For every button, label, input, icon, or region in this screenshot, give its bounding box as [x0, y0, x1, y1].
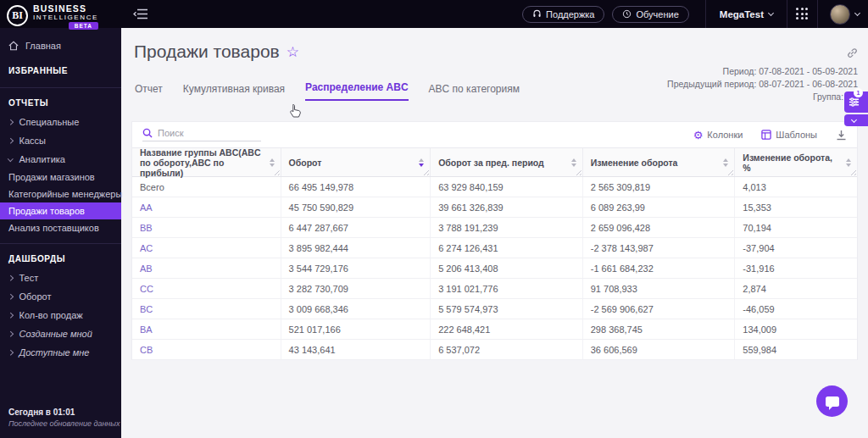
group-name-cell[interactable]: CC	[132, 279, 281, 298]
main-content: Продажи товаров ☆ Период: 07-08-2021 - 0…	[121, 28, 868, 438]
sidebar-group-Специальные[interactable]: Специальные	[0, 113, 121, 131]
value-cell: -31,916	[735, 258, 857, 278]
download-icon[interactable]	[836, 130, 847, 141]
value-cell: 5 206 413,408	[431, 258, 583, 278]
column-resize-handle[interactable]	[850, 169, 856, 175]
value-cell: -37,904	[735, 238, 857, 258]
favorite-star-icon[interactable]: ☆	[287, 45, 299, 59]
value-cell: 63 929 840,159	[431, 177, 583, 197]
group-name-cell[interactable]: BB	[132, 218, 281, 237]
group-name-cell[interactable]: AC	[132, 238, 281, 258]
sort-icon[interactable]	[846, 158, 851, 167]
training-label: Обучение	[636, 9, 678, 19]
sidebar-item-Продажи товаров[interactable]: Продажи товаров	[0, 202, 121, 219]
sidebar-group-Аналитика[interactable]: Аналитика	[0, 150, 121, 169]
account-menu[interactable]: MegaTest	[715, 9, 778, 19]
column-resize-handle[interactable]	[727, 169, 733, 175]
share-link-icon[interactable]	[847, 47, 858, 62]
chevron-right-icon	[8, 119, 13, 125]
sidebar-item-Категорийные менеджеры[interactable]: Категорийные менеджеры	[0, 186, 121, 202]
last-update-caption: Последнее обновление данных	[8, 419, 120, 428]
chat-support-button[interactable]	[816, 385, 848, 417]
sidebar-dashboard-Оборот[interactable]: Оборот	[0, 287, 121, 306]
group-name-cell[interactable]: BC	[132, 299, 281, 319]
value-cell: 70,194	[735, 218, 857, 237]
chevron-right-icon	[8, 331, 13, 336]
filters-button[interactable]: 1	[844, 91, 868, 113]
chevron-down-icon	[854, 9, 860, 15]
tab-ABC по категориям[interactable]: ABC по категориям	[429, 83, 520, 101]
chevron-down-icon	[768, 9, 774, 15]
group-name-cell[interactable]: AB	[132, 258, 281, 278]
support-button[interactable]: Поддержка	[522, 6, 604, 23]
value-cell: 2 565 309,819	[583, 177, 736, 197]
tab-Кумулятивная кривая[interactable]: Кумулятивная кривая	[183, 83, 285, 101]
value-cell: 3 282 730,709	[281, 279, 431, 298]
column-header-4[interactable]: Изменение оборота	[583, 148, 736, 176]
column-resize-handle[interactable]	[423, 169, 429, 175]
sidebar-footer: Сегодня в 01:01 Последнее обновление дан…	[8, 408, 120, 428]
column-header-1[interactable]: Название группы ABC(ABC по обороту,ABC п…	[132, 148, 281, 176]
value-cell: -46,059	[735, 299, 857, 319]
column-resize-handle[interactable]	[576, 169, 581, 175]
sort-icon[interactable]	[270, 158, 275, 167]
sidebar-dashboard-Кол-во продаж[interactable]: Кол-во продаж	[0, 306, 121, 324]
sort-icon[interactable]	[419, 158, 424, 167]
value-cell: 6 274 126,431	[431, 238, 583, 258]
table-row-BB: BB6 447 287,6673 788 191,2392 659 096,42…	[132, 218, 857, 238]
support-label: Поддержка	[546, 9, 594, 19]
column-header-2[interactable]: Оборот	[281, 148, 431, 176]
group-name-cell[interactable]: AA	[132, 197, 281, 217]
chevron-right-icon	[8, 294, 13, 299]
sidebar-item-Продажи магазинов[interactable]: Продажи магазинов	[0, 169, 121, 186]
search-box[interactable]	[142, 128, 261, 141]
sidebar-collapse-icon[interactable]	[133, 8, 148, 20]
search-input[interactable]	[158, 128, 261, 138]
sidebar-dashboard-Доступные мне[interactable]: Доступные мне	[0, 343, 121, 362]
chevron-right-icon	[8, 275, 13, 280]
value-cell: 3 191 021,776	[431, 279, 583, 298]
sidebar-item-Анализ поставщиков[interactable]: Анализ поставщиков	[0, 219, 121, 236]
chevron-right-icon	[8, 138, 13, 143]
tab-Распределение ABC[interactable]: Распределение ABC	[305, 81, 409, 101]
brand-line2: INTELLIGENCE	[33, 14, 98, 21]
sidebar-dashboard-Тест[interactable]: Тест	[0, 269, 121, 287]
value-cell: 4,013	[735, 177, 857, 197]
sidebar-home-label: Главная	[25, 41, 61, 51]
training-icon	[622, 9, 632, 19]
sort-icon[interactable]	[571, 158, 576, 167]
app-logo[interactable]: BI BUSINESS INTELLIGENCE BETA	[0, 0, 121, 28]
group-name-cell[interactable]: CB	[132, 340, 281, 359]
expand-panel-button[interactable]	[844, 114, 868, 126]
user-avatar-menu[interactable]	[826, 4, 863, 25]
value-cell: 91 708,933	[583, 279, 736, 298]
page-title: Продажи товаров	[134, 42, 280, 62]
app-window: Поддержка Обучение MegaTest BI	[0, 0, 868, 438]
value-cell: -2 569 906,627	[583, 299, 736, 319]
column-header-3[interactable]: Оборот за пред. период	[431, 148, 583, 176]
sidebar-group-Кассы[interactable]: Кассы	[0, 131, 121, 150]
filter-sliders-icon	[849, 97, 860, 108]
headset-icon	[532, 9, 542, 19]
sidebar-item-home[interactable]: Главная	[0, 36, 121, 56]
templates-button[interactable]: Шаблоны	[761, 130, 817, 140]
period-label: Период: 07-08-2021 - 05-09-2021	[667, 65, 858, 78]
columns-button[interactable]: ⚙ Колонки	[693, 130, 743, 141]
value-cell: 15,353	[735, 197, 857, 217]
sidebar-dashboard-Созданные мной[interactable]: Созданные мной	[0, 324, 121, 343]
column-header-5[interactable]: Изменение оборота, %	[735, 148, 857, 176]
value-cell: 6 447 287,667	[281, 218, 431, 237]
group-name-cell[interactable]: BA	[132, 319, 281, 339]
templates-label: Шаблоны	[776, 130, 817, 140]
sort-icon[interactable]	[723, 158, 728, 167]
column-resize-handle[interactable]	[274, 169, 280, 175]
topbar-divider	[817, 0, 818, 28]
template-icon	[761, 130, 771, 140]
training-button[interactable]: Обучение	[612, 6, 688, 23]
brand-line1: BUSINESS	[33, 4, 98, 14]
apps-grid-icon[interactable]	[796, 8, 809, 20]
tab-Отчет[interactable]: Отчет	[135, 83, 163, 101]
value-cell: 3 544 729,176	[281, 258, 431, 278]
value-cell: 39 661 326,839	[431, 197, 583, 217]
chevron-down-icon	[851, 116, 857, 122]
